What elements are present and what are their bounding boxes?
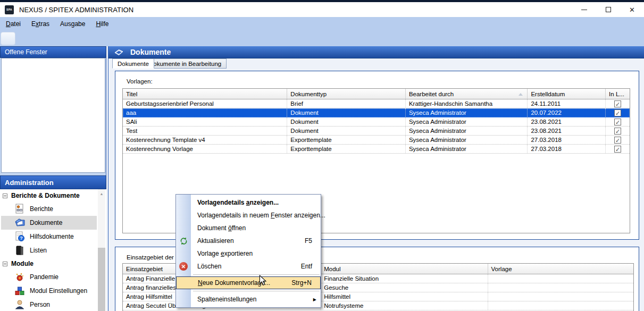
open-windows-title: Offene Fenster [5, 48, 47, 56]
maximize-button[interactable] [596, 2, 620, 17]
minimize-button[interactable] [572, 2, 596, 17]
tree-item-listen[interactable]: Listen [0, 243, 106, 257]
tree-item-berichte[interactable]: Berichte [0, 202, 106, 216]
app-icon: SPA [5, 5, 14, 14]
titlebar[interactable]: SPA NEXUS / SPITEX ADMINISTRATION ✕ [0, 2, 644, 17]
row-checkbox[interactable] [614, 146, 621, 153]
collapse-icon[interactable] [3, 194, 7, 198]
administration-header: Administration [0, 175, 106, 189]
shortcut-strg-n: Strg+N [291, 279, 312, 287]
menu-item-spalteneinstellungen[interactable]: Spalteneinstellungen ▶ [176, 293, 321, 306]
maximize-icon [606, 7, 611, 12]
einsatzgebiet-label: Einsatzgebiet der Vo [127, 254, 183, 260]
table-row-selected[interactable]: aaa Dokument Syseca Administrator 20.07.… [123, 108, 630, 117]
tree-item-modul-einstellungen[interactable]: Modul Einstellungen [0, 284, 106, 298]
tab-dokumente-in-bearbeitung[interactable]: Dokumente in Bearbeitung [144, 58, 227, 69]
row-checkbox[interactable] [614, 137, 621, 144]
column-header-erstelldatum[interactable]: Erstelldatum [528, 89, 606, 99]
shortcut-entf: Entf [301, 263, 312, 270]
tree-item-person[interactable]: Person [0, 298, 106, 311]
table-row[interactable]: Test Dokument Syseca Administrator 23.08… [123, 127, 630, 136]
administration-title: Administration [5, 179, 54, 187]
tree-scrollbar-thumb[interactable] [98, 248, 105, 311]
column-header-modul[interactable]: Modul [321, 264, 488, 274]
menu-separator [193, 274, 320, 275]
context-menu: Vorlagendetails anzeigen... Vorlagendeta… [175, 194, 321, 308]
collapse-icon[interactable] [3, 262, 7, 266]
menu-datei[interactable]: Datei [1, 18, 26, 30]
report-icon [14, 204, 25, 214]
menu-ausgabe[interactable]: Ausgabe [55, 18, 90, 30]
menu-item-neue-dokumentvorlage[interactable]: Neue Dokumentvorlage... Strg+N [176, 276, 321, 289]
row-checkbox[interactable] [614, 110, 621, 116]
scroll-up-icon[interactable]: ▲ [98, 190, 105, 198]
open-windows-header: Offene Fenster [0, 46, 106, 58]
administration-tree: Berichte & Dokumente Berichte Dokumente … [0, 189, 106, 311]
menu-item-vorlage-exportieren[interactable]: Vorlage exportieren [176, 247, 321, 260]
toolbar [0, 31, 644, 46]
table-row[interactable]: Kostenrechnung Template v4 Exporttemplat… [123, 136, 630, 145]
page-title: Dokumente [130, 48, 171, 56]
submenu-arrow-icon: ▶ [313, 297, 316, 302]
close-icon: ✕ [629, 6, 635, 14]
mouse-cursor [259, 275, 267, 288]
dokumente-header: Dokumente [108, 46, 644, 58]
table-row[interactable]: Geburtstagsserienbrief Personal Brief Kr… [123, 99, 630, 108]
tree-group-berichte-dokumente[interactable]: Berichte & Dokumente [0, 189, 106, 202]
tree-scrollbar[interactable]: ▲ [98, 189, 105, 311]
person-icon [14, 299, 25, 310]
minimize-icon [581, 10, 587, 10]
table-row[interactable]: SAli Dokument Syseca Administrator 23.08… [123, 117, 630, 127]
tree-item-dokumente[interactable]: Dokumente [0, 216, 106, 230]
column-header-bearbeitet-durch[interactable]: Bearbeitet durch [406, 89, 528, 99]
tab-strip: Dokumente in Bearbeitung Dokumente [108, 58, 644, 69]
menu-extras[interactable]: Extras [26, 18, 55, 30]
delete-icon: ✕ [179, 262, 188, 271]
shortcut-f5: F5 [305, 237, 312, 245]
close-button[interactable]: ✕ [620, 2, 644, 17]
list-book-icon [14, 245, 25, 256]
table-row[interactable]: Kostenrechnung Vorlage Exporttemplate Sy… [123, 145, 630, 154]
menu-hilfe[interactable]: Hilfe [90, 18, 114, 30]
menu-item-loeschen[interactable]: ✕ Löschen Entf [176, 260, 321, 273]
refresh-icon [179, 236, 188, 246]
dokumente-header-icon [114, 48, 124, 56]
vorlagen-table-header: Titel Dokumenttyp Bearbeitet durch Erste… [123, 89, 630, 99]
column-header-titel[interactable]: Titel [123, 89, 287, 99]
column-header-dokumenttyp[interactable]: Dokumenttyp [287, 89, 406, 99]
row-checkbox[interactable] [614, 119, 621, 125]
window-title: NEXUS / SPITEX ADMINISTRATION [19, 6, 133, 14]
sidebar: Offene Fenster Administration Berichte &… [0, 46, 106, 311]
module-blocks-icon [14, 285, 25, 296]
menu-item-vorlagendetails-neues-fenster[interactable]: Vorlagendetails in neuem Fenster anzeige… [176, 209, 321, 222]
open-windows-list[interactable] [1, 58, 105, 173]
toolbar-button[interactable] [1, 32, 15, 45]
menu-separator [193, 291, 320, 291]
tree-item-hilfsdokumente[interactable]: ? Hilfsdokumente [0, 230, 106, 243]
help-document-icon: ? [14, 231, 25, 242]
application-window: SPA NEXUS / SPITEX ADMINISTRATION ✕ Date… [0, 0, 644, 311]
vorlagen-label: Vorlagen: [127, 78, 153, 85]
row-checkbox[interactable] [614, 128, 621, 135]
svg-text:?: ? [20, 236, 23, 241]
column-header-vorlage[interactable]: Vorlage [488, 264, 633, 274]
menu-bar: Datei Extras Ausgabe Hilfe [0, 17, 644, 31]
sort-ascending-icon [518, 93, 523, 96]
column-header-in-l[interactable]: In L... [606, 89, 630, 99]
menu-item-aktualisieren[interactable]: Aktualisieren F5 [176, 234, 321, 247]
tree-item-pandemie[interactable]: Pandemie [0, 270, 106, 284]
pandemic-flower-icon [14, 272, 25, 282]
tab-dokumente[interactable]: Dokumente [112, 58, 154, 69]
documents-folder-icon [14, 217, 25, 228]
row-checkbox[interactable] [614, 100, 621, 107]
menu-item-vorlagendetails-anzeigen[interactable]: Vorlagendetails anzeigen... [176, 196, 321, 209]
menu-item-dokument-oeffnen[interactable]: Dokument öffnen [176, 222, 321, 234]
tree-group-module[interactable]: Module [0, 257, 106, 270]
